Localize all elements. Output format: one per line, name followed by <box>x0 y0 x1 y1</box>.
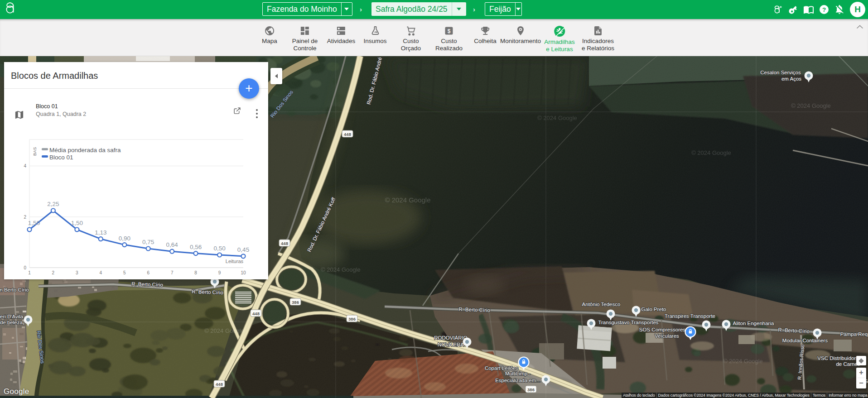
svg-text:0,50: 0,50 <box>213 245 225 252</box>
svg-text:Bloco 01: Bloco 01 <box>49 154 73 161</box>
svg-text:2: 2 <box>52 270 55 275</box>
svg-text:4: 4 <box>100 270 102 275</box>
svg-text:8: 8 <box>194 270 197 275</box>
svg-text:2,25: 2,25 <box>47 201 59 207</box>
svg-text:Leituras: Leituras <box>226 259 244 264</box>
svg-text:BAS: BAS <box>32 147 37 156</box>
svg-text:1: 1 <box>28 270 31 275</box>
svg-text:0: 0 <box>24 265 26 270</box>
svg-text:1,50: 1,50 <box>71 220 83 226</box>
svg-text:2: 2 <box>24 215 26 220</box>
svg-text:4: 4 <box>24 163 26 168</box>
svg-text:0,56: 0,56 <box>190 244 202 250</box>
svg-text:0,90: 0,90 <box>119 235 130 242</box>
svg-text:$: $ <box>448 28 451 34</box>
svg-text:1,13: 1,13 <box>95 229 106 236</box>
svg-text:1,50: 1,50 <box>28 220 40 226</box>
svg-text:0,75: 0,75 <box>142 239 154 245</box>
svg-text:6: 6 <box>147 270 149 275</box>
svg-text:0,64: 0,64 <box>166 241 178 248</box>
svg-text:0,45: 0,45 <box>237 246 249 253</box>
svg-text:10: 10 <box>241 270 246 275</box>
svg-text:9: 9 <box>218 270 221 275</box>
svg-text:3: 3 <box>76 270 78 275</box>
svg-text:Média ponderada da safra: Média ponderada da safra <box>49 147 121 153</box>
svg-text:7: 7 <box>171 270 174 275</box>
svg-text:5: 5 <box>123 270 126 275</box>
svg-text:?: ? <box>822 6 826 13</box>
